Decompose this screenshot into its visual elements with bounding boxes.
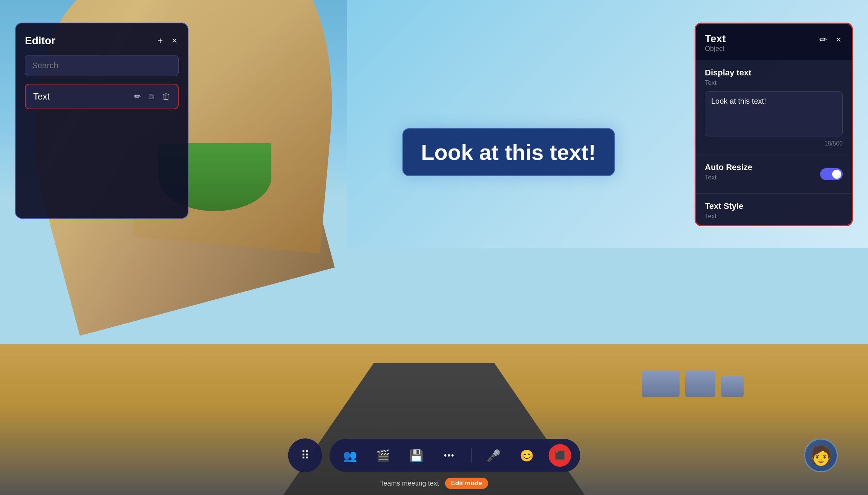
editor-panel-header: Editor + ×	[25, 34, 179, 48]
display-text-sublabel: Text	[705, 79, 843, 87]
auto-resize-section: Auto Resize Text	[696, 155, 852, 194]
display-text-label: Display text	[705, 68, 843, 78]
display-text-section: Display text Text Look at this text! 18/…	[696, 60, 852, 155]
emoji-button[interactable]: 😊	[515, 444, 538, 467]
text-style-section: Text Style Text Normal light Title light	[696, 194, 852, 226]
props-edit-icon[interactable]: ✏	[818, 33, 828, 46]
editor-panel: Editor + × Text ✏ ⧉ 🗑	[15, 23, 188, 219]
display-text-input[interactable]: Look at this text!	[705, 91, 843, 136]
props-panel: Text Object ✏ × Display text Text Look a…	[695, 23, 853, 226]
video-button[interactable]: 🎬	[372, 444, 394, 467]
avatar-button[interactable]: 🧑	[804, 438, 838, 472]
toolbar-main: 👥 🎬 💾 ••• 🎤 😊 ⬛	[329, 439, 580, 472]
props-panel-subtitle: Object	[705, 45, 726, 53]
record-icon: ⬛	[555, 451, 565, 460]
props-title-block: Text Object	[705, 33, 726, 53]
record-button[interactable]: ⬛	[548, 444, 571, 467]
emoji-icon: 😊	[520, 449, 534, 462]
status-bar: Teams meeting text Edit mode	[380, 478, 488, 489]
text-copy-icon[interactable]: ⧉	[148, 92, 155, 101]
text-item-actions: ✏ ⧉ 🗑	[134, 92, 170, 101]
edit-mode-badge: Edit mode	[445, 478, 488, 489]
editor-close-button[interactable]: ×	[170, 34, 179, 48]
save-button[interactable]: 💾	[405, 444, 427, 467]
people-icon: 👥	[343, 449, 357, 462]
toggle-knob	[832, 170, 841, 179]
auto-resize-toggle[interactable]	[820, 168, 843, 180]
avatar-icon: 🧑	[809, 444, 833, 466]
text-bubble: Look at this text!	[402, 128, 615, 176]
more-button[interactable]: •••	[438, 444, 461, 467]
editor-header-actions: + ×	[156, 34, 179, 48]
search-input[interactable]	[25, 55, 179, 76]
editor-panel-title: Editor	[25, 35, 55, 47]
props-header-actions: ✏ ×	[818, 33, 843, 46]
char-count: 18/500	[705, 140, 843, 147]
people-button[interactable]: 👥	[338, 444, 361, 467]
text-style-sublabel: Text	[705, 213, 843, 220]
props-close-button[interactable]: ×	[834, 33, 843, 46]
text-item-label: Text	[33, 91, 50, 102]
auto-resize-row: Auto Resize Text	[705, 162, 843, 186]
mic-icon: 🎤	[487, 449, 501, 462]
text-style-label: Text Style	[705, 201, 843, 211]
grid-icon: ⠿	[301, 448, 309, 463]
props-panel-title: Text	[705, 33, 726, 45]
text-delete-icon[interactable]: 🗑	[162, 92, 170, 101]
meeting-text: Teams meeting text	[380, 480, 439, 487]
toolbar-divider	[471, 448, 472, 463]
more-icon: •••	[444, 451, 455, 460]
text-edit-icon[interactable]: ✏	[134, 92, 141, 101]
auto-resize-sublabel: Text	[705, 174, 752, 181]
props-panel-header: Text Object ✏ ×	[696, 24, 852, 60]
mic-button[interactable]: 🎤	[482, 444, 505, 467]
save-icon: 💾	[409, 449, 423, 462]
editor-add-button[interactable]: +	[156, 34, 164, 48]
text-bubble-content: Look at this text!	[421, 140, 596, 164]
style-option-normal[interactable]: Normal light	[705, 225, 843, 226]
bottom-toolbar: ⠿ 👥 🎬 💾 ••• 🎤 😊 ⬛	[288, 438, 580, 472]
text-item-row: Text ✏ ⧉ 🗑	[25, 84, 179, 109]
auto-resize-label-block: Auto Resize Text	[705, 162, 752, 186]
main-container: Editor + × Text ✏ ⧉ 🗑 Text Object	[0, 0, 868, 495]
auto-resize-label: Auto Resize	[705, 162, 752, 172]
video-icon: 🎬	[376, 449, 390, 462]
grid-button[interactable]: ⠿	[288, 438, 322, 472]
